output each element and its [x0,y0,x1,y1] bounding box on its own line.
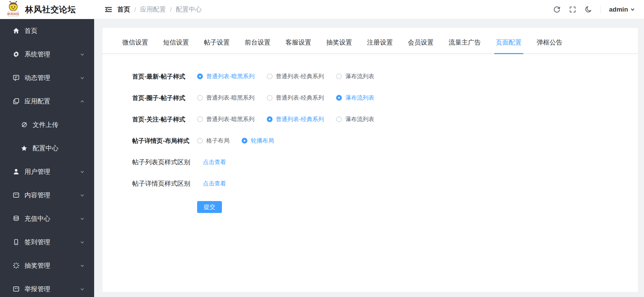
sidebar-fold-icon[interactable] [104,5,112,14]
breadcrumb-home[interactable]: 首页 [117,5,130,14]
radio-option[interactable]: 普通列表-经典系列 [267,94,324,102]
brand: 林风科技 林风社交论坛 [0,0,94,19]
sidebar-item-config-center[interactable]: 配置中心 [0,136,94,160]
content-card: 微信设置 短信设置 帖子设置 前台设置 客服设置 抽奖设置 注册设置 会员设置 … [103,28,638,292]
gear-icon [12,51,20,58]
radio-option[interactable]: 瀑布流列表 [336,94,374,102]
radio-option[interactable]: 瀑布流列表 [336,115,374,123]
sidebar-item-report[interactable]: 举报管理 [0,277,94,297]
radio-circle-icon [197,95,203,101]
submit-button[interactable]: 提交 [197,201,222,213]
form-label: 帖子详情页-布局样式 [132,137,197,145]
sidebar-item-checkin[interactable]: 签到管理 [0,230,94,254]
radio-option[interactable]: 格子布局 [197,137,229,145]
database-icon [12,215,20,222]
breadcrumb-config-center: 配置中心 [176,5,202,14]
chevron-down-icon [80,76,85,80]
radio-circle-icon [336,73,342,79]
radio-option[interactable]: 普通列表-暗黑系列 [197,94,255,102]
top-header: 林风科技 林风社交论坛 首页 / 应用配置 / 配置中心 [0,0,644,19]
chevron-down-icon [80,216,85,221]
form-row-follow-style: 首页-关注-帖子样式 普通列表-暗黑系列 普通列表-经典系列 瀑布流列表 [132,113,638,125]
home-icon [12,27,20,35]
radio-circle-icon [197,116,203,122]
radio-circle-icon [197,138,203,144]
radio-circle-icon [267,95,273,101]
breadcrumb-separator: / [134,6,136,13]
tab-post[interactable]: 帖子设置 [204,38,230,53]
username: admin [609,6,628,13]
form-row-circle-style: 首页-圈子-帖子样式 普通列表-暗黑系列 普通列表-经典系列 瀑布流列表 [132,92,638,104]
user-menu[interactable]: admin [609,6,635,13]
sidebar-item-home[interactable]: 首页 [0,19,94,43]
tab-service[interactable]: 客服设置 [285,38,311,53]
chevron-down-icon [80,240,85,245]
breadcrumb-separator: / [170,6,172,13]
svg-text:林风科技: 林风科技 [7,12,19,16]
tab-lottery[interactable]: 抽奖设置 [326,38,352,53]
tab-register[interactable]: 注册设置 [367,38,393,53]
spinner-icon [12,262,20,269]
radio-option[interactable]: 轮播布局 [242,137,274,145]
radio-option[interactable]: 普通列表-经典系列 [267,115,324,123]
radio-option[interactable]: 普通列表-暗黑系列 [197,115,255,123]
sidebar-item-recharge[interactable]: 充值中心 [0,207,94,230]
chevron-up-icon [80,99,85,104]
chevron-down-icon [80,169,85,174]
tab-member[interactable]: 会员设置 [408,38,434,53]
link-icon [20,121,28,129]
app-config-icon [12,98,20,105]
user-icon [12,168,20,176]
sidebar-item-system[interactable]: 系统管理 [0,43,94,66]
view-link[interactable]: 点击查看 [203,180,226,187]
page-config-form: 首页-最新-帖子样式 普通列表-暗黑系列 普通列表-经典系列 瀑布流列表 首页-… [103,54,638,213]
form-label: 帖子列表页样式区别 [132,158,197,167]
dark-mode-moon-icon[interactable] [585,5,592,13]
form-label: 帖子详情页样式区别 [132,179,197,188]
form-row-latest-style: 首页-最新-帖子样式 普通列表-暗黑系列 普通列表-经典系列 瀑布流列表 [132,70,638,82]
tab-traffic-ads[interactable]: 流量主广告 [449,38,481,53]
radio-circle-icon [336,116,342,122]
tab-page-config[interactable]: 页面配置 [496,38,522,53]
form-row-detail-style-diff: 帖子详情页样式区别 点击查看 [132,178,638,189]
star-icon [20,145,28,152]
radio-option[interactable]: 普通列表-暗黑系列 [197,72,255,80]
fullscreen-icon[interactable] [569,6,576,13]
sidebar-item-app-config[interactable]: 应用配置 [0,89,94,113]
tab-frontend[interactable]: 前台设置 [245,38,271,53]
radio-circle-icon [197,73,203,79]
sidebar-item-users[interactable]: 用户管理 [0,160,94,183]
radio-circle-icon [336,95,342,101]
sidebar-item-content[interactable]: 内容管理 [0,183,94,207]
chevron-down-icon [80,287,85,292]
sidebar: 首页 系统管理 动态管理 [0,19,94,297]
sidebar-item-moments[interactable]: 动态管理 [0,66,94,89]
report-card-icon [12,285,20,293]
settings-tabbar: 微信设置 短信设置 帖子设置 前台设置 客服设置 抽奖设置 注册设置 会员设置 … [103,28,638,54]
form-label: 首页-关注-帖子样式 [132,115,197,123]
comment-icon [12,74,20,82]
breadcrumb-app-config[interactable]: 应用配置 [140,5,166,14]
sidebar-item-lottery[interactable]: 抽奖管理 [0,254,94,277]
radio-option[interactable]: 瀑布流列表 [336,72,374,80]
sidebar-item-file-upload[interactable]: 文件上传 [0,113,94,136]
form-row-detail-layout: 帖子详情页-布局样式 格子布局 轮播布局 [132,135,638,147]
form-row-list-style-diff: 帖子列表页样式区别 点击查看 [132,156,638,168]
header-actions: admin [553,5,644,14]
tab-sms[interactable]: 短信设置 [163,38,189,53]
tab-popup-notice[interactable]: 弹框公告 [537,38,562,53]
tab-wechat[interactable]: 微信设置 [122,38,148,53]
content-card-icon [12,192,20,199]
tablet-icon [12,238,20,246]
chevron-down-icon [80,263,85,268]
radio-option[interactable]: 普通列表-经典系列 [267,72,324,80]
header-divider [601,5,601,14]
chevron-down-icon [630,7,635,12]
refresh-icon[interactable] [553,5,561,13]
breadcrumb: 首页 / 应用配置 / 配置中心 [117,5,202,14]
form-label: 首页-最新-帖子样式 [132,72,197,81]
view-link[interactable]: 点击查看 [203,158,226,166]
form-label: 首页-圈子-帖子样式 [132,94,197,102]
radio-circle-icon [267,73,273,79]
app-title: 林风社交论坛 [25,4,76,15]
